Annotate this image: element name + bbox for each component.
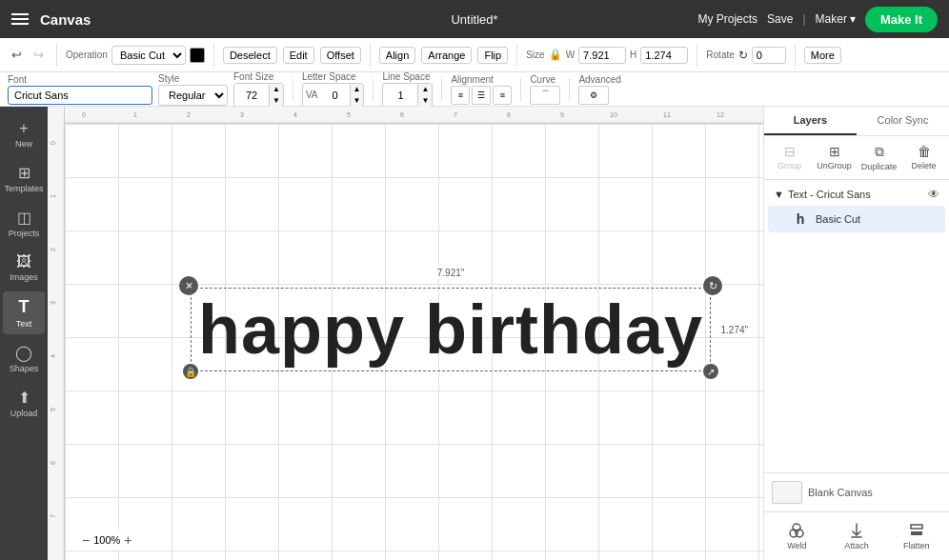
- hamburger-menu[interactable]: [11, 13, 29, 25]
- more-btn[interactable]: More: [804, 47, 841, 64]
- svg-text:9: 9: [560, 111, 564, 118]
- zoom-in-btn[interactable]: +: [124, 532, 131, 548]
- weld-btn[interactable]: Weld: [768, 518, 826, 554]
- font-size-up[interactable]: ▲: [269, 84, 283, 95]
- align-btn[interactable]: Align: [379, 47, 415, 64]
- toolbar-row2: Font Style Regular Font Size ▲ ▼ Letter …: [0, 72, 949, 107]
- grid-canvas[interactable]: ✕ ↻ 7.921" 1.274" 🔒 ↗ happy birthday: [65, 124, 763, 560]
- sidebar-item-upload[interactable]: ⬆ Upload: [3, 383, 45, 424]
- projects-icon: ◫: [17, 209, 31, 227]
- duplicate-btn[interactable]: ⧉ Duplicate: [858, 140, 900, 175]
- make-it-btn[interactable]: Make It: [865, 7, 938, 32]
- sidebar-item-label: Text: [16, 319, 32, 329]
- bottom-actions: Weld Attach Flatten: [764, 511, 949, 560]
- sidebar-item-label: New: [15, 139, 32, 149]
- group-btn[interactable]: ⊟ Group: [768, 140, 811, 175]
- font-input[interactable]: [8, 86, 152, 105]
- rotate-input[interactable]: [752, 47, 786, 64]
- undo-btn[interactable]: ↩: [8, 46, 26, 64]
- curve-btn[interactable]: ⌒: [530, 86, 560, 105]
- lock-handle[interactable]: 🔒: [183, 364, 198, 379]
- svg-text:5: 5: [50, 408, 56, 411]
- svg-text:4: 4: [50, 354, 56, 358]
- sidebar-item-images[interactable]: 🖼 Images: [3, 248, 45, 288]
- flip-btn[interactable]: Flip: [477, 47, 508, 64]
- height-input[interactable]: [640, 47, 688, 64]
- line-space-input[interactable]: [383, 87, 417, 104]
- sidebar-item-new[interactable]: + New: [3, 114, 45, 154]
- ungroup-icon: ⊞: [829, 144, 840, 159]
- text-element[interactable]: ✕ ↻ 7.921" 1.274" 🔒 ↗ happy birthday: [198, 295, 703, 364]
- svg-text:7: 7: [454, 111, 457, 118]
- right-panel: Layers Color Sync ⊟ Group ⊞ UnGroup ⧉ Du…: [763, 107, 949, 560]
- font-size-input[interactable]: [234, 87, 269, 104]
- sidebar-item-shapes[interactable]: ◯ Shapes: [3, 338, 45, 379]
- font-size-down[interactable]: ▼: [269, 95, 283, 107]
- letter-space-input[interactable]: [321, 87, 350, 104]
- svg-text:6: 6: [50, 461, 56, 465]
- align-left-btn[interactable]: ≡: [451, 86, 470, 105]
- images-icon: 🖼: [16, 253, 31, 270]
- line-space-down[interactable]: ▼: [417, 95, 432, 107]
- font-group: Font: [8, 74, 152, 105]
- resize-handle[interactable]: ↗: [703, 364, 718, 379]
- svg-text:6: 6: [400, 111, 404, 118]
- layer-preview: h: [791, 210, 810, 229]
- size-lock-icon: 🔒: [549, 49, 562, 61]
- height-label: H: [630, 50, 636, 60]
- align-right-btn[interactable]: ≡: [493, 86, 512, 105]
- redo-btn[interactable]: ↪: [30, 46, 48, 64]
- ungroup-btn[interactable]: ⊞ UnGroup: [813, 140, 856, 175]
- canvas-preview-thumbnail: [772, 481, 802, 504]
- operation-select[interactable]: Basic Cut: [111, 46, 186, 65]
- sidebar-item-text[interactable]: T Text: [3, 291, 45, 334]
- svg-text:1: 1: [50, 194, 56, 198]
- ruler-horizontal: 0 1 2 3 4 5 6 7 8 9 10 11 12: [65, 107, 763, 124]
- svg-text:2: 2: [50, 248, 56, 251]
- color-swatch[interactable]: [190, 48, 205, 63]
- layer-tree: ▼ Text - Cricut Sans 👁 h Basic Cut: [764, 180, 949, 472]
- canvas-area[interactable]: 0 1 2 3 4 5 6 7 0 1 2 3 4 5 6 7 8: [48, 107, 763, 560]
- layer-item-basic-cut[interactable]: h Basic Cut: [768, 206, 945, 232]
- svg-text:3: 3: [50, 301, 56, 305]
- width-label: W: [566, 50, 575, 60]
- attach-btn[interactable]: Attach: [828, 518, 886, 554]
- rotate-icon: ↻: [738, 49, 748, 62]
- delete-btn[interactable]: 🗑 Delete: [902, 140, 945, 175]
- svg-text:0: 0: [82, 111, 86, 118]
- style-select[interactable]: Regular: [158, 85, 228, 106]
- my-projects-btn[interactable]: My Projects: [697, 12, 757, 26]
- shapes-icon: ◯: [15, 344, 32, 362]
- maker-btn[interactable]: Maker ▾: [816, 12, 856, 26]
- arrange-btn[interactable]: Arrange: [421, 47, 472, 64]
- align-center-btn[interactable]: ☰: [472, 86, 491, 105]
- offset-btn[interactable]: Offset: [320, 47, 361, 64]
- operation-label: Operation: [66, 50, 108, 60]
- save-btn[interactable]: Save: [767, 12, 793, 26]
- chevron-down-icon: ▾: [850, 12, 856, 26]
- font-size-group: Font Size ▲ ▼: [233, 71, 284, 108]
- sidebar-item-label: Projects: [9, 229, 40, 238]
- width-input[interactable]: [578, 47, 626, 64]
- tab-color-sync[interactable]: Color Sync: [857, 107, 949, 135]
- advanced-btn[interactable]: ⚙: [578, 86, 609, 105]
- svg-text:3: 3: [240, 111, 244, 118]
- letter-space-up[interactable]: ▲: [350, 84, 364, 95]
- sidebar-item-templates[interactable]: ⊞ Templates: [3, 158, 45, 199]
- letter-space-down[interactable]: ▼: [350, 95, 364, 107]
- flatten-btn[interactable]: Flatten: [887, 518, 945, 554]
- tab-layers[interactable]: Layers: [764, 107, 857, 135]
- duplicate-label: Duplicate: [861, 162, 898, 171]
- layer-group-text[interactable]: ▼ Text - Cricut Sans 👁: [768, 184, 945, 205]
- svg-text:5: 5: [347, 111, 351, 118]
- sidebar-item-projects[interactable]: ◫ Projects: [3, 203, 45, 244]
- weld-icon: [788, 522, 805, 539]
- line-space-up[interactable]: ▲: [417, 84, 432, 95]
- curve-label: Curve: [530, 74, 560, 85]
- visibility-icon[interactable]: 👁: [928, 188, 939, 201]
- edit-btn[interactable]: Edit: [283, 47, 314, 64]
- doc-title: Untitled*: [451, 12, 497, 27]
- deselect-btn[interactable]: Deselect: [223, 47, 277, 64]
- svg-text:1: 1: [133, 111, 137, 118]
- zoom-out-btn[interactable]: −: [82, 532, 90, 548]
